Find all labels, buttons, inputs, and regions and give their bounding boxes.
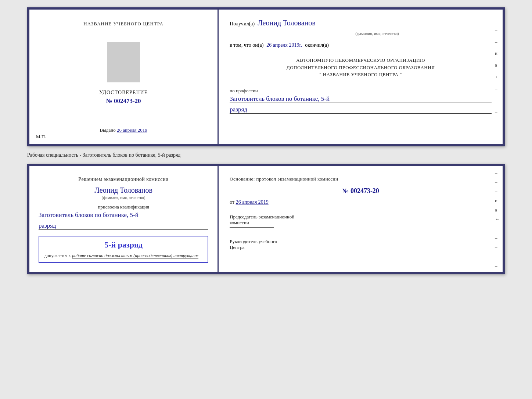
protocol-prefix: № — [342, 187, 349, 195]
director-sign-line — [230, 252, 274, 252]
cert-finished: окончил(а) — [305, 42, 329, 48]
decision-text: Решением экзаменационной комиссии — [39, 175, 208, 183]
chairman-label: Председатель экзаменационной комиссии — [230, 214, 492, 226]
rank-value: разряд — [230, 106, 492, 114]
mp-label: М.П. — [36, 134, 46, 140]
org-line1: АВТОНОМНУЮ НЕКОММЕРЧЕСКУЮ ОРГАНИЗАЦИЮ — [230, 57, 492, 64]
org-block: АВТОНОМНУЮ НЕКОММЕРЧЕСКУЮ ОРГАНИЗАЦИЮ ДО… — [230, 57, 492, 78]
rank-value-bottom: разряд — [39, 222, 208, 230]
profession-label: по профессии — [230, 88, 258, 93]
basis-label: Основание: протокол экзаменационной коми… — [230, 175, 492, 183]
date-value: 26 апреля 2019 — [236, 199, 269, 205]
issued-date: 26 апреля 2019 — [117, 127, 147, 133]
stamp-admit-text: работе согласно должностным (производств… — [72, 252, 198, 259]
cert-number-prefix: № — [106, 97, 112, 104]
protocol-date-line: от 26 апреля 2019 — [230, 199, 492, 205]
bottom-certificate-card: Решением экзаменационной комиссии Леонид… — [27, 164, 505, 274]
org-line3: " НАЗВАНИЕ УЧЕБНОГО ЦЕНТРА " — [230, 71, 492, 78]
director-block: Руководитель учебного Центра — [230, 239, 492, 254]
cert-line1: в том, что он(а) — [230, 42, 263, 48]
protocol-number: 002473-20 — [351, 187, 379, 195]
person-name: Леонид Толованов — [94, 186, 152, 195]
right-dashes: – – – и а ← – – – – – — [495, 10, 500, 144]
stamp-admit-italic: работе согласно должностным (производств… — [72, 253, 198, 258]
director-label: Руководитель учебного Центра — [230, 239, 492, 250]
fio-label-bottom: (фамилия, имя, отчество) — [39, 195, 208, 200]
protocol-number-block: № 002473-20 — [230, 187, 492, 195]
date-prefix: от — [230, 199, 234, 205]
cert-date: 26 апреля 2019г. — [266, 42, 302, 49]
director-line2: Центра — [230, 245, 244, 250]
recipient-prefix: Получил(а) — [230, 21, 255, 27]
chairman-sign-line — [230, 227, 274, 228]
cert-number-value: 002473-20 — [114, 97, 141, 104]
chairman-line2: комиссии — [230, 220, 249, 225]
profession-value: Заготовитель блоков по ботанике, 5-й — [230, 95, 492, 103]
qualification-value: Заготовитель блоков по ботанике, 5-й — [39, 211, 208, 219]
chairman-block: Председатель экзаменационной комиссии — [230, 214, 492, 229]
stamp-box: 5-й разряд допускается к работе согласно… — [39, 236, 208, 263]
top-card-left: НАЗВАНИЕ УЧЕБНОГО ЦЕНТРА УДОСТОВЕРЕНИЕ №… — [29, 10, 219, 144]
cert-date-line: в том, что он(а) 26 апреля 2019г. окончи… — [230, 42, 492, 49]
cert-number: № 002473-20 — [106, 97, 141, 105]
director-line1: Руководитель учебного — [230, 239, 277, 244]
stamp-admit-line: допускается к работе согласно должностны… — [44, 252, 202, 259]
training-center-label: НАЗВАНИЕ УЧЕБНОГО ЦЕНТРА — [83, 21, 163, 27]
top-card-right: Получил(а) Леонид Толованов — (фамилия, … — [219, 10, 503, 144]
issued-label: Выдано — [100, 127, 115, 133]
org-line2: ДОПОЛНИТЕЛЬНОГО ПРОФЕССИОНАЛЬНОГО ОБРАЗО… — [230, 64, 492, 71]
stamp-admit-prefix: допускается к — [44, 253, 71, 258]
right-dashes-bottom: – – – и а ← – – – – – — [495, 166, 500, 272]
person-name-block: Леонид Толованов — [39, 186, 208, 195]
profession-block: по профессии Заготовитель блоков по бота… — [230, 87, 492, 114]
bottom-card-left: Решением экзаменационной комиссии Леонид… — [29, 166, 219, 272]
qualification-label: присвоена квалификация — [39, 204, 208, 210]
annotation-text: Рабочая специальность - Заготовитель бло… — [27, 151, 505, 160]
top-certificate-card: НАЗВАНИЕ УЧЕБНОГО ЦЕНТРА УДОСТОВЕРЕНИЕ №… — [27, 7, 505, 146]
stamp-rank: 5-й разряд — [44, 240, 202, 250]
chairman-line1: Председатель экзаменационной — [230, 214, 294, 220]
basis-label-text: Основание: протокол экзаменационной коми… — [230, 176, 338, 182]
bottom-card-right: Основание: протокол экзаменационной коми… — [219, 166, 503, 272]
fio-label-top: (фамилия, имя, отчество) — [263, 31, 492, 36]
recipient-name: Леонид Толованов — [258, 19, 316, 28]
photo-placeholder — [107, 42, 140, 82]
recipient-line: Получил(а) Леонид Толованов — — [230, 19, 492, 28]
issued-line: Выдано 26 апреля 2019 — [100, 127, 147, 133]
cert-title: УДОСТОВЕРЕНИЕ — [99, 90, 148, 96]
